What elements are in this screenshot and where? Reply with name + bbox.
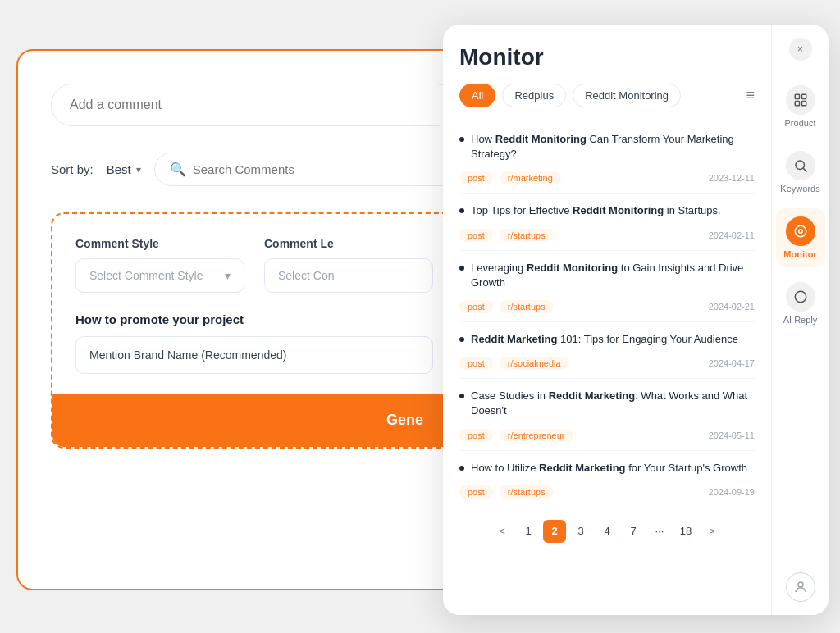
prev-page-button[interactable]: < <box>491 520 514 543</box>
post-subreddit: r/marketing <box>500 171 561 184</box>
bullet-dot <box>459 137 464 142</box>
sidebar-item-ai-reply-label: AI Reply <box>783 315 818 325</box>
comment-length-col: Comment Le Select Con <box>264 237 433 293</box>
post-meta: post r/startups 2024-02-11 <box>459 229 755 242</box>
page-3-button[interactable]: 3 <box>569 520 592 543</box>
comment-style-chevron: ▾ <box>225 269 231 282</box>
svg-rect-3 <box>801 102 806 106</box>
post-date: 2024-05-11 <box>709 430 755 440</box>
comment-style-placeholder: Select Comment Style <box>89 269 203 282</box>
post-subreddit: r/startups <box>500 229 554 242</box>
promote-label: How to promote your project <box>75 312 433 326</box>
comment-length-label: Comment Le <box>264 237 433 250</box>
close-button[interactable]: × <box>789 38 812 61</box>
sort-value: Best <box>107 162 131 176</box>
svg-rect-1 <box>801 94 806 98</box>
sidebar-item-keywords[interactable]: Keywords <box>776 143 825 202</box>
list-item[interactable]: Reddit Marketing 101: Tips for Engaging … <box>459 324 755 379</box>
page-ellipsis: ··· <box>648 520 671 543</box>
svg-point-4 <box>796 161 805 170</box>
chevron-down-icon: ▾ <box>136 164 141 175</box>
page-2-button[interactable]: 2 <box>543 520 566 543</box>
comment-length-placeholder: Select Con <box>278 269 334 282</box>
user-avatar[interactable] <box>786 572 815 602</box>
sort-search-row: Sort by: Best ▾ 🔍 <box>51 153 458 186</box>
filter-tab-all[interactable]: All <box>459 84 495 107</box>
config-row: Comment Style Select Comment Style ▾ Com… <box>75 237 433 293</box>
post-tag: post <box>459 357 493 370</box>
post-bullet: How Reddit Monitoring Can Transform Your… <box>459 132 755 166</box>
page-7-button[interactable]: 7 <box>622 520 645 543</box>
main-content: Monitor All Redplus Reddit Monitoring ≡ … <box>443 25 771 615</box>
post-title: How Reddit Monitoring Can Transform Your… <box>471 132 755 162</box>
post-list: How Reddit Monitoring Can Transform Your… <box>459 124 755 507</box>
svg-line-5 <box>803 168 806 171</box>
svg-point-7 <box>798 230 802 234</box>
bullet-dot <box>459 208 464 213</box>
post-date: 2024-04-17 <box>709 358 755 368</box>
page-1-button[interactable]: 1 <box>517 520 540 543</box>
post-meta: post r/marketing 2023-12-11 <box>459 171 755 184</box>
list-item[interactable]: Case Studies in Reddit Marketing: What W… <box>459 380 755 450</box>
generate-button[interactable]: Gene <box>52 394 456 447</box>
comment-style-col: Comment Style Select Comment Style ▾ <box>75 237 244 293</box>
comment-length-select[interactable]: Select Con <box>264 258 433 293</box>
left-card: Sort by: Best ▾ 🔍 Comment Style Select C… <box>16 49 492 590</box>
post-bullet: Top Tips for Effective Reddit Monitoring… <box>459 203 755 223</box>
search-input[interactable] <box>193 162 442 176</box>
filter-tab-redplus[interactable]: Redplus <box>502 84 566 107</box>
post-meta: post r/startups 2024-09-19 <box>459 485 755 499</box>
post-meta: post r/socialmedia 2024-04-17 <box>459 357 755 370</box>
page-4-button[interactable]: 4 <box>596 520 619 543</box>
sidebar: × Product Keywords <box>771 25 829 615</box>
svg-point-8 <box>795 291 806 303</box>
filter-tab-reddit-monitoring[interactable]: Reddit Monitoring <box>573 84 681 107</box>
bullet-dot <box>459 466 464 471</box>
comment-style-select[interactable]: Select Comment Style ▾ <box>75 258 244 293</box>
sidebar-item-monitor-label: Monitor <box>783 249 816 259</box>
sidebar-item-monitor[interactable]: Monitor <box>776 208 825 267</box>
post-tag: post <box>459 429 493 442</box>
ai-reply-icon <box>786 282 815 312</box>
post-subreddit: r/socialmedia <box>500 357 569 370</box>
post-subreddit: r/entrepreneur <box>500 429 573 442</box>
page-18-button[interactable]: 18 <box>674 520 697 543</box>
product-icon <box>786 85 815 115</box>
list-item[interactable]: How to Utilize Reddit Marketing for Your… <box>459 453 755 507</box>
next-page-button[interactable]: > <box>701 520 724 543</box>
list-item[interactable]: How Reddit Monitoring Can Transform Your… <box>459 124 755 194</box>
post-tag: post <box>459 485 493 499</box>
search-box: 🔍 <box>154 153 458 186</box>
list-item[interactable]: Leveraging Reddit Monitoring to Gain Ins… <box>459 253 755 322</box>
post-title: How to Utilize Reddit Marketing for Your… <box>471 461 747 476</box>
post-date: 2024-02-21 <box>709 302 755 312</box>
search-icon: 🔍 <box>170 162 186 177</box>
post-tag: post <box>459 229 493 242</box>
post-title: Case Studies in Reddit Marketing: What W… <box>471 389 755 418</box>
svg-rect-0 <box>795 94 799 98</box>
add-comment-input[interactable] <box>51 84 458 126</box>
pagination: < 1 2 3 4 7 ··· 18 > <box>459 507 755 549</box>
post-tag: post <box>459 300 493 313</box>
bullet-dot <box>459 337 464 342</box>
sidebar-item-ai-reply[interactable]: AI Reply <box>776 274 825 333</box>
post-date: 2023-12-11 <box>709 173 755 183</box>
list-item[interactable]: Top Tips for Effective Reddit Monitoring… <box>459 195 755 250</box>
post-title: Reddit Marketing 101: Tips for Engaging … <box>471 332 738 347</box>
filter-tabs: All Redplus Reddit Monitoring ≡ <box>459 84 755 107</box>
post-date: 2024-02-11 <box>709 230 755 240</box>
post-meta: post r/entrepreneur 2024-05-11 <box>459 429 755 442</box>
comment-style-label: Comment Style <box>75 237 244 250</box>
sort-dropdown[interactable]: Best ▾ <box>107 162 141 176</box>
monitor-icon <box>786 216 815 246</box>
sidebar-item-product[interactable]: Product <box>776 77 825 136</box>
bullet-dot <box>459 266 464 271</box>
monitor-title: Monitor <box>459 44 755 71</box>
promote-input[interactable] <box>75 336 433 374</box>
svg-rect-2 <box>795 102 799 106</box>
post-bullet: Reddit Marketing 101: Tips for Engaging … <box>459 332 755 352</box>
post-date: 2024-09-19 <box>709 487 755 497</box>
comment-config-box: Comment Style Select Comment Style ▾ Com… <box>51 212 458 449</box>
menu-icon[interactable]: ≡ <box>746 87 755 104</box>
post-meta: post r/startups 2024-02-21 <box>459 300 755 313</box>
